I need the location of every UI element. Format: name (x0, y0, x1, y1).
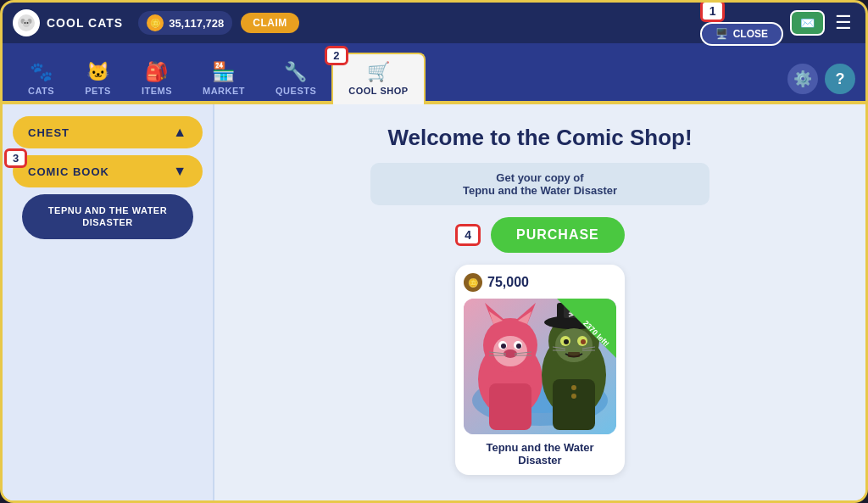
shop-content: Welcome to the Comic Shop! Get your copy… (214, 104, 865, 500)
comic-book-button[interactable]: COMIC BOOK ▼ (13, 155, 203, 187)
svg-rect-39 (568, 352, 580, 357)
sidebar: CHEST ▲ 3 COMIC BOOK ▼ TEPNU AND THE WAT… (3, 104, 214, 500)
cats-icon: 🐾 (30, 61, 53, 83)
cats-label: CATS (28, 86, 54, 96)
product-artwork: 2370 left! (464, 299, 616, 434)
gear-icon: ⚙️ (793, 70, 812, 88)
market-icon: 🏪 (212, 61, 236, 83)
gear-button[interactable]: ⚙️ (787, 64, 818, 94)
description-line2: Tepnu and the Water Disaster (463, 184, 617, 197)
price-coin-icon: 🪙 (464, 273, 482, 292)
close-label: CLOSE (733, 28, 768, 40)
product-name: Tepnu and the Water Disaster (464, 441, 616, 467)
comic-book-label: COMIC BOOK (28, 165, 109, 178)
svg-point-19 (516, 344, 521, 349)
items-icon: 🎒 (145, 61, 169, 83)
top-bar-right: 1 🖥️ CLOSE ✉️ ☰ (700, 0, 855, 46)
nav-right-icons: ⚙️ ? (787, 64, 855, 101)
cool-shop-icon: 🛒 (367, 61, 391, 83)
tepnu-water-disaster-button[interactable]: TEPNU AND THE WATER DISASTER (22, 194, 193, 239)
purchase-area: 4 PURCHASE (455, 217, 625, 253)
shop-title: Welcome to the Comic Shop! (240, 125, 840, 151)
mail-button[interactable]: ✉️ (790, 10, 825, 36)
badge-4: 4 (455, 224, 481, 246)
badge-3: 3 (4, 148, 27, 168)
chest-chevron-icon: ▲ (173, 125, 187, 140)
svg-rect-25 (489, 383, 531, 430)
close-button[interactable]: 🖥️ CLOSE (700, 22, 783, 46)
claim-button[interactable]: CLAIM (241, 13, 299, 33)
product-price: 🪙 75,000 (464, 273, 616, 292)
svg-point-46 (571, 394, 576, 399)
help-icon: ? (836, 70, 845, 88)
coin-icon: 🪙 (147, 14, 164, 31)
market-label: MARKET (203, 86, 245, 96)
nav-item-items[interactable]: 🎒 ITEMS (126, 54, 187, 101)
pets-icon: 🐱 (86, 61, 110, 83)
comic-book-chevron-icon: ▼ (173, 164, 187, 179)
help-button[interactable]: ? (825, 64, 855, 94)
nav-item-pets[interactable]: 🐱 PETS (70, 54, 126, 101)
mail-icon: ✉️ (800, 16, 815, 30)
svg-point-3 (23, 20, 30, 27)
svg-point-45 (571, 385, 576, 390)
cool-shop-label: COOL SHOP (348, 86, 408, 96)
main-content: CHEST ▲ 3 COMIC BOOK ▼ TEPNU AND THE WAT… (3, 104, 865, 500)
badge-2: 2 (325, 46, 348, 65)
description-line1: Get your copy of (496, 171, 583, 184)
svg-point-5 (27, 22, 29, 24)
nav-item-quests[interactable]: 🔧 QUESTS (260, 54, 331, 101)
badge-1: 1 (700, 0, 726, 22)
product-card: 🪙 75,000 (455, 265, 625, 475)
svg-point-4 (25, 22, 26, 24)
app-window: COOL CATS 🪙 35,117,728 CLAIM 1 🖥️ CLOSE … (0, 0, 868, 503)
quests-icon: 🔧 (284, 61, 308, 83)
close-screen-icon: 🖥️ (715, 28, 728, 40)
hamburger-button[interactable]: ☰ (832, 12, 855, 34)
quests-label: QUESTS (275, 86, 316, 96)
pets-label: PETS (85, 86, 111, 96)
purchase-button[interactable]: PURCHASE (491, 217, 625, 253)
logo-icon (13, 9, 40, 36)
coin-display: 🪙 35,117,728 (138, 11, 232, 35)
coin-amount: 35,117,728 (169, 17, 224, 30)
svg-point-18 (501, 344, 506, 349)
chest-label: CHEST (28, 126, 70, 139)
nav-bar: 🐾 CATS 🐱 PETS 🎒 ITEMS 🏪 MARKET 🔧 QUESTS … (3, 43, 865, 104)
app-title: COOL CATS (47, 16, 123, 30)
svg-point-38 (581, 339, 586, 344)
nav-item-market[interactable]: 🏪 MARKET (187, 54, 260, 101)
price-text: 75,000 (487, 275, 529, 290)
top-bar: COOL CATS 🪙 35,117,728 CLAIM 1 🖥️ CLOSE … (3, 3, 865, 43)
items-label: ITEMS (142, 86, 172, 96)
svg-point-37 (564, 339, 569, 344)
nav-item-cats[interactable]: 🐾 CATS (13, 54, 70, 101)
shop-description: Get your copy of Tepnu and the Water Dis… (370, 163, 709, 205)
chest-button[interactable]: CHEST ▲ (13, 116, 203, 148)
logo-area: COOL CATS (13, 9, 123, 36)
product-image: 2370 left! (464, 299, 616, 434)
